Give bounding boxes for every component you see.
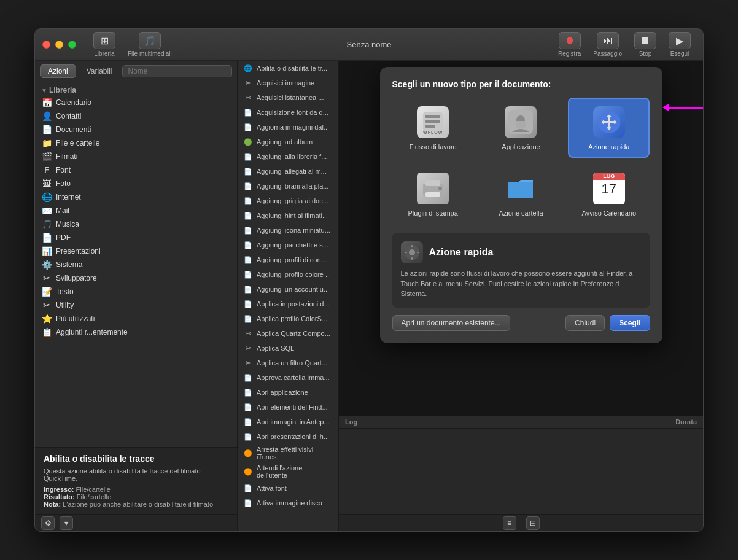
tab-azioni[interactable]: Azioni (40, 64, 76, 78)
action-item-applica-profilo[interactable]: 📄 Applica profilo ColorS... (238, 311, 338, 326)
sidebar-item-presentazioni[interactable]: 📊 Presentazioni (35, 244, 237, 258)
action-item-attendi[interactable]: 🟠 Attendi l'azione dell'utente (238, 462, 338, 481)
avviso-calendario-icon: LUG 17 (592, 171, 626, 206)
sidebar-item-aggiunti[interactable]: 📋 Aggiunti r...entemente (35, 325, 237, 339)
arrow-icon: ▼ (41, 87, 47, 94)
action-item-aggiungi-brani[interactable]: 📄 Aggiungi brani alla pla... (238, 179, 338, 193)
piu-utilizzati-icon: ⭐ (41, 313, 52, 324)
action-item-aggiungi-allegati[interactable]: 📄 Aggiungi allegati al m... (238, 164, 338, 179)
sidebar-item-calendario[interactable]: 📅 Calendario (35, 96, 237, 109)
doc-type-azione-rapida[interactable]: Azione rapida (568, 98, 650, 158)
action-item-aggiungi-profilo[interactable]: 📄 Aggiungi profilo colore ... (238, 267, 338, 282)
action-item-aggiungi-profili[interactable]: 📄 Aggiungi profili di con... (238, 252, 338, 267)
action-item-arresta[interactable]: 🟠 Arresta effetti visivi iTunes (238, 444, 338, 462)
search-input[interactable] (122, 65, 232, 77)
minimize-button[interactable] (55, 41, 63, 49)
sidebar-item-mail[interactable]: ✉️ Mail (35, 204, 237, 217)
action-label: Aggiungi profili di con... (257, 256, 327, 263)
action-item-aggiungi-album[interactable]: 🟢 Aggiungi ad album (238, 134, 338, 149)
sidebar-item-file-cartelle[interactable]: 📁 File e cartelle (35, 136, 237, 150)
action-item-applica-quartz[interactable]: ✂ Applica Quartz Compo... (238, 326, 338, 341)
library-label: Libreria (49, 86, 76, 95)
description-box: Azione rapida Le azioni rapide sono flus… (392, 233, 650, 308)
action-item-acquisici[interactable]: ✂ Acquisici immagine (238, 76, 338, 90)
sidebar-item-internet[interactable]: 🌐 Internet (35, 190, 237, 204)
sidebar-item-testo[interactable]: 📝 Testo (35, 285, 237, 298)
open-document-button[interactable]: Apri un documento esistente... (392, 315, 510, 331)
action-item-applica-impostazioni[interactable]: 📄 Applica impostazioni d... (238, 297, 338, 311)
action-item-abilita[interactable]: 🌐 Abilita o disabilita le tr... (238, 61, 338, 76)
close-button[interactable]: Chiudi (565, 315, 605, 331)
action-item-approva[interactable]: 📄 Approva cartella imma... (238, 370, 338, 385)
doc-type-azione-cartella[interactable]: Azione cartella (480, 164, 562, 224)
apri-presentazioni-icon: 📄 (243, 431, 254, 442)
action-item-aggiungi-pacchetti[interactable]: 📄 Aggiungi pacchetti e s... (238, 238, 338, 252)
modal-wrapper: Scegli un nuovo tipo per il documento: (380, 67, 662, 343)
sidebar-item-utility[interactable]: ✂ Utility (35, 298, 237, 312)
sidebar-item-foto[interactable]: 🖼 Foto (35, 177, 237, 190)
action-item-applica-filtro[interactable]: ✂ Applica un filtro Quart... (238, 356, 338, 370)
maximize-button[interactable] (68, 41, 76, 49)
sidebar-item-sviluppatore[interactable]: ✂ Sviluppatore (35, 271, 237, 285)
action-item-apri-finder[interactable]: 📄 Apri elementi del Find... (238, 400, 338, 414)
sidebar-item-musica[interactable]: 🎵 Musica (35, 217, 237, 231)
step-button[interactable]: ⏭ Passaggio (588, 29, 627, 60)
sidebar-item-font[interactable]: F Font (35, 163, 237, 177)
sidebar-item-label: Sviluppatore (56, 274, 97, 282)
azione-rapida-label: Azione rapida (588, 143, 629, 150)
sviluppatore-icon: ✂ (41, 273, 52, 284)
action-item-applica-sql[interactable]: ✂ Applica SQL (238, 341, 338, 356)
arrow-head (662, 104, 669, 111)
run-label: Esegui (670, 50, 689, 57)
action-item-aggiungi-hint[interactable]: 📄 Aggiungi hint ai filmati... (238, 208, 338, 223)
sidebar-item-sistema[interactable]: ⚙️ Sistema (35, 258, 237, 271)
step-icon: ⏭ (597, 32, 619, 49)
azione-rapida-icon (592, 105, 626, 139)
sidebar-item-pdf[interactable]: 📄 PDF (35, 231, 237, 244)
tab-variabili[interactable]: Variabili (79, 64, 120, 78)
action-item-aggiungi-icona[interactable]: 📄 Aggiungi icona miniatu... (238, 223, 338, 238)
record-button[interactable]: ⏺ Registra (553, 29, 586, 60)
list-view-button[interactable]: ≡ (503, 516, 516, 530)
toolbar-left: ⊞ Libreria 🎵 File multimediali (88, 29, 177, 60)
sidebar-library-header[interactable]: ▼ Libreria (35, 85, 237, 96)
run-button[interactable]: ▶ Esegui (664, 29, 696, 60)
cal-day: 17 (602, 182, 616, 196)
action-label: Apri elementi del Find... (257, 403, 328, 411)
new-document-modal: Scegli un nuovo tipo per il documento: (380, 67, 662, 343)
settings-button[interactable]: ⚙ (41, 516, 55, 530)
choose-button[interactable]: Scegli (610, 315, 650, 331)
aggiunti-icon: 📋 (41, 327, 52, 338)
action-item-apri-presentazioni[interactable]: 📄 Apri presentazioni di h... (238, 429, 338, 444)
applica-quartz-icon: ✂ (243, 328, 254, 339)
close-button[interactable] (42, 41, 50, 49)
musica-icon: 🎵 (41, 219, 52, 230)
action-item-apri-app[interactable]: 📄 Apri applicazione (238, 385, 338, 400)
doc-type-avviso-calendario[interactable]: LUG 17 Avviso Calendario (568, 164, 650, 224)
action-item-aggiungi-account[interactable]: 📄 Aggiungi un account u... (238, 282, 338, 297)
sidebar-item-documenti[interactable]: 📄 Documenti (35, 123, 237, 136)
sidebar-item-filmati[interactable]: 🎬 Filmati (35, 150, 237, 163)
log-col-header: Log (345, 418, 648, 426)
font-icon: F (41, 165, 52, 176)
expand-button[interactable]: ▾ (60, 516, 73, 530)
split-view-button[interactable]: ⊟ (526, 516, 540, 530)
doc-type-flusso[interactable]: WFLOW Flusso di lavoro (392, 98, 474, 158)
doc-type-applicazione[interactable]: Applicazione (480, 98, 562, 158)
action-item-aggiorna[interactable]: 📄 Aggiorna immagini dal... (238, 120, 338, 134)
action-item-aggiungi-libreria[interactable]: 📄 Aggiungi alla libreria f... (238, 149, 338, 164)
doc-type-plugin-stampa[interactable]: Plugin di stampa (392, 164, 474, 224)
action-item-attiva-font[interactable]: 📄 Attiva font (238, 481, 338, 496)
bottom-section: Abilita o disabilita le tracce Questa az… (35, 447, 237, 514)
media-button[interactable]: 🎵 File multimediali (123, 29, 177, 60)
action-item-aggiungi-griglia[interactable]: 📄 Aggiungi griglia ai doc... (238, 193, 338, 208)
action-label: Approva cartella imma... (257, 374, 330, 381)
library-button[interactable]: ⊞ Libreria (88, 29, 120, 60)
action-item-apri-immagini[interactable]: 📄 Apri immagini in Antep... (238, 414, 338, 429)
stop-button[interactable]: ⏹ Stop (629, 29, 661, 60)
sidebar-item-contatti[interactable]: 👤 Contatti (35, 109, 237, 123)
action-item-attiva-immagine[interactable]: 📄 Attiva immagine disco (238, 496, 338, 510)
action-item-acquisici2[interactable]: ✂ Acquisici istantanea ... (238, 90, 338, 105)
action-item-acquisizione[interactable]: 📄 Acquisizione font da d... (238, 105, 338, 120)
sidebar-item-piu-utilizzati[interactable]: ⭐ Più utilizzati (35, 312, 237, 325)
